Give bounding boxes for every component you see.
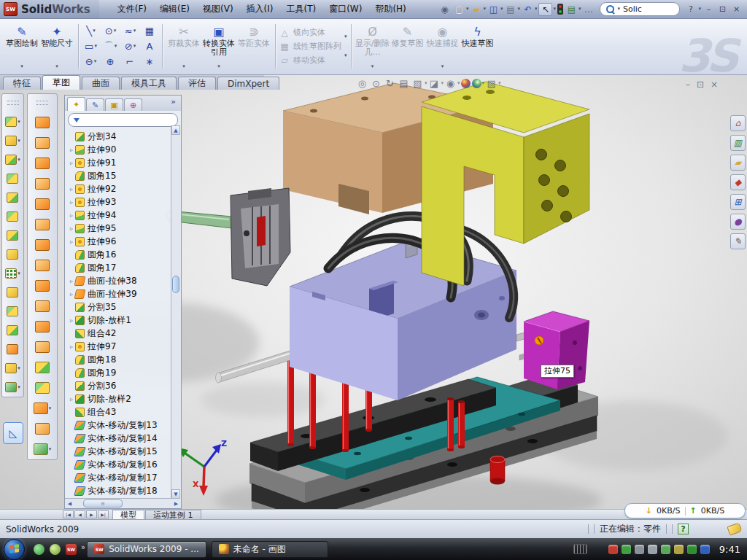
tree-item[interactable]: 切除-放样1: [68, 314, 171, 327]
tree-item[interactable]: 拉伸97: [68, 340, 171, 353]
traffic-light-icon[interactable]: [557, 4, 564, 15]
circle-icon[interactable]: ⊙ ▾: [101, 23, 120, 39]
parting-line-icon[interactable]: [35, 117, 50, 128]
task-solidworks[interactable]: SW SolidWorks 2009 - ...: [87, 541, 206, 558]
hscroll-thumb[interactable]: [83, 499, 123, 508]
delete-face-icon[interactable]: ▾: [34, 402, 52, 414]
pin-icon[interactable]: ◉: [438, 4, 452, 15]
curves-icon[interactable]: ▾: [5, 382, 20, 392]
solidworks-resources-icon[interactable]: ◆: [730, 174, 746, 190]
slider-insert[interactable]: [166, 188, 290, 286]
tree-item[interactable]: 分割36: [68, 379, 171, 392]
point-icon[interactable]: ∗: [140, 54, 160, 69]
rib-icon[interactable]: [7, 249, 19, 260]
linear-pattern-icon[interactable]: ▾: [5, 268, 20, 279]
tree-item[interactable]: 分割34: [68, 130, 171, 143]
scroll-left-icon[interactable]: ◀: [65, 499, 74, 508]
minimize-button[interactable]: –: [703, 4, 715, 15]
print-icon[interactable]: ▤ ▾: [504, 4, 520, 15]
network-warning-icon[interactable]: [674, 545, 684, 554]
expand-arrow-icon[interactable]: [68, 160, 75, 166]
slot-icon[interactable]: ⊖ ▾: [81, 54, 101, 69]
rapid-sketch-button[interactable]: ϟ 快速草图: [460, 23, 495, 71]
smart-dimension-button[interactable]: ✦ 智能尺寸 ▾: [39, 23, 74, 71]
tree-item[interactable]: 圆角17: [68, 261, 171, 274]
save-icon[interactable]: ◫ ▾: [487, 4, 503, 15]
tab-dimxpert[interactable]: DimXpert: [217, 77, 279, 90]
scroll-right-icon[interactable]: ▶: [171, 499, 181, 508]
repair-sketch-button[interactable]: ✎ 修复草图: [390, 23, 425, 71]
messenger-icon[interactable]: [34, 544, 44, 555]
doc-close-button[interactable]: ×: [711, 79, 718, 90]
scale-icon[interactable]: [35, 423, 50, 435]
configurationmanager-tab[interactable]: ▣: [105, 98, 123, 111]
undercut-analysis-icon[interactable]: [35, 158, 50, 169]
menu-item[interactable]: 工具(T): [279, 1, 322, 18]
open-icon[interactable]: ▰ ▾: [470, 4, 486, 15]
trim-entities-button[interactable]: ✂ 剪裁实体 ▾: [166, 23, 201, 71]
move-entities-button[interactable]: ▱ 移动实体: [279, 55, 341, 66]
custom-properties-icon[interactable]: ✎: [730, 233, 746, 249]
expand-arrow-icon[interactable]: [68, 199, 75, 206]
polygon-icon[interactable]: ⊕: [101, 54, 120, 69]
tree-item[interactable]: 曲面-拉伸39: [68, 287, 171, 300]
nav-first-button[interactable]: |◀: [63, 510, 74, 518]
shut-off-surface-icon[interactable]: [35, 198, 50, 210]
security-ball-icon[interactable]: [50, 544, 61, 555]
scroll-up-icon[interactable]: ▲: [171, 125, 180, 135]
appearances-icon[interactable]: ●: [730, 214, 746, 230]
arc-icon[interactable]: ⌒ ▾: [101, 39, 120, 54]
line-icon[interactable]: ╲ ▾: [81, 23, 101, 39]
search-input[interactable]: ▾ Solic: [600, 2, 680, 16]
restore-button[interactable]: ⊡: [716, 4, 729, 15]
tab-features[interactable]: 特征: [3, 77, 41, 90]
core-icon[interactable]: [35, 382, 50, 394]
nav-prev-button[interactable]: ◀: [74, 510, 85, 518]
antivirus-shield-icon[interactable]: [608, 545, 618, 554]
sketch-text-icon[interactable]: A: [140, 39, 160, 54]
update-check-icon[interactable]: [635, 545, 644, 554]
tab-evaluate[interactable]: 评估: [178, 77, 216, 90]
view-palette-icon[interactable]: ⊞: [730, 194, 746, 210]
filled-surface-icon[interactable]: [35, 280, 50, 292]
doc-restore-button[interactable]: ⊡: [697, 79, 704, 90]
solidworks-quick-icon[interactable]: SW: [66, 544, 77, 555]
quick-snaps-button[interactable]: ◉ 快速捕捉 ▾: [425, 23, 460, 71]
input-method-icon[interactable]: [573, 544, 587, 554]
file-explorer-icon[interactable]: ▰: [730, 155, 746, 171]
tab-mold-tools[interactable]: 模具工具: [121, 77, 177, 90]
split-icon[interactable]: [7, 325, 19, 335]
tree-item[interactable]: 切除-放样2: [68, 392, 171, 405]
displaymanager-tab[interactable]: ⊕: [124, 98, 142, 111]
security-guard-icon[interactable]: [622, 545, 631, 554]
health-center-icon[interactable]: [687, 545, 697, 554]
combine-bodies-icon[interactable]: [7, 306, 19, 316]
offset-entities-button[interactable]: ⋑ 等距实体: [236, 23, 271, 71]
radiate-surface-icon[interactable]: [35, 300, 50, 312]
tree-item[interactable]: 拉伸90: [68, 143, 171, 156]
tree-item[interactable]: 实体-移动/复制18: [68, 484, 171, 497]
spline-icon[interactable]: ≈ ▾: [120, 23, 140, 39]
expand-arrow-icon[interactable]: [68, 317, 75, 324]
tree-horizontal-scrollbar[interactable]: ◀ ▶: [65, 498, 181, 508]
sketch-button[interactable]: ✎ 草图绘制 ▾: [4, 23, 39, 71]
linear-sketch-pattern-button[interactable]: ▦ 线性草图阵列: [279, 41, 341, 52]
menu-item[interactable]: 视图(V): [196, 1, 240, 18]
scroll-down-icon[interactable]: ▼: [171, 489, 180, 499]
nav-last-button[interactable]: ▶|: [98, 510, 109, 518]
trim-surface-icon[interactable]: [35, 341, 50, 353]
lasso-select-icon[interactable]: ▦: [140, 23, 160, 39]
extruded-cut-icon[interactable]: ▾: [5, 136, 20, 146]
expand-arrow-icon[interactable]: [68, 225, 75, 232]
expand-arrow-icon[interactable]: [68, 396, 75, 402]
tree-item[interactable]: 圆角19: [68, 366, 171, 379]
mirror-entities-button[interactable]: △ 镜向实体: [279, 27, 341, 38]
display-delete-relations-button[interactable]: Ø 显示/删除几... ▾: [355, 23, 390, 71]
doc-minimize-button[interactable]: –: [686, 79, 690, 90]
rectangle-icon[interactable]: ▭ ▾: [81, 39, 101, 54]
status-help-icon[interactable]: ?: [678, 524, 689, 534]
draft-icon[interactable]: [7, 230, 19, 241]
tree-item[interactable]: 组合43: [68, 405, 171, 419]
tree-item[interactable]: 圆角18: [68, 353, 171, 366]
expand-arrow-icon[interactable]: [68, 343, 75, 350]
